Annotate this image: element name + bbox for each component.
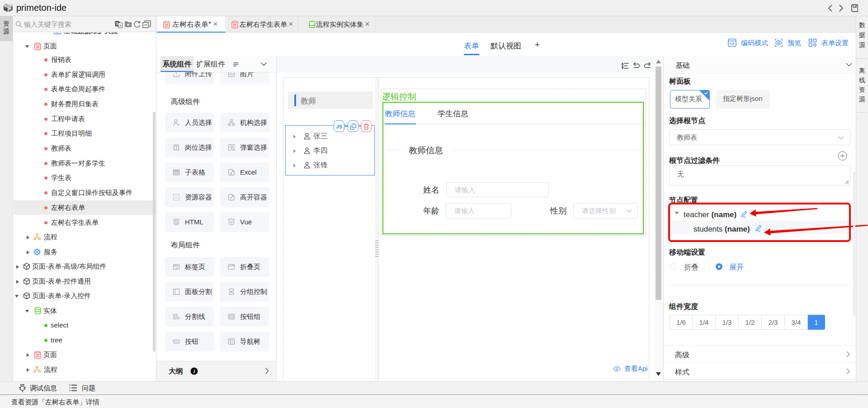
svg-text:BTN: BTN [230, 316, 234, 318]
svg-text:BTN: BTN [174, 341, 178, 343]
svg-text:A: A [119, 24, 121, 28]
svg-text:Tab: Tab [175, 267, 179, 269]
